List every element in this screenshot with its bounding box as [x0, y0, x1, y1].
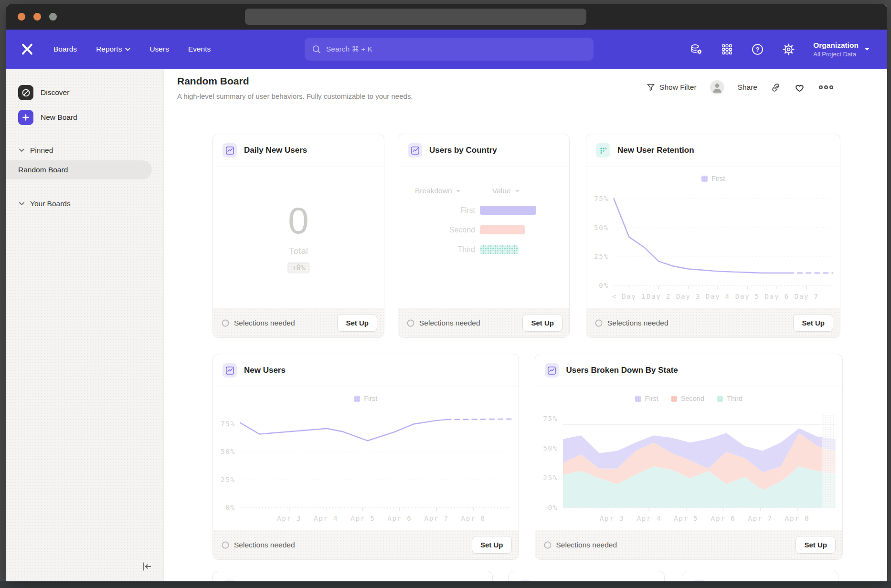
top-navbar: Boards Reports Users Events: [6, 30, 887, 69]
card-new-user-retention: New User Retention First 75%50%25%0%< Da…: [586, 134, 840, 338]
show-filter-button[interactable]: Show Filter: [647, 83, 697, 92]
chart-legend: FirstSecondThird: [535, 390, 843, 407]
svg-text:Apr 5: Apr 5: [350, 514, 375, 522]
svg-text:Apr 8: Apr 8: [461, 514, 486, 522]
line-chart-icon: [518, 580, 532, 581]
mixpanel-logo-icon[interactable]: [20, 42, 34, 56]
card-title: Users by Country: [429, 146, 497, 155]
card-users-by-state: Users Broken Down By State FirstSecondTh…: [535, 354, 843, 560]
sidebar-item-new-board[interactable]: New Board: [18, 110, 163, 125]
chart-legend: First: [586, 170, 840, 187]
show-filter-label: Show Filter: [659, 83, 697, 92]
card-title: New User Retention: [617, 146, 694, 155]
nav-item-label: Events: [188, 45, 211, 53]
svg-text:Apr 6: Apr 6: [387, 514, 412, 522]
settings-gear-icon[interactable]: [782, 43, 795, 56]
legend-item: Second: [671, 395, 704, 402]
card-stacked-line-graph: Stacked Line Graph: [212, 571, 493, 581]
svg-text:Apr 4: Apr 4: [636, 514, 661, 522]
country-bar-row: Second: [398, 225, 569, 234]
nav-item-reports[interactable]: Reports: [96, 45, 130, 53]
legend-chip: [671, 396, 677, 402]
sidebar-section-label: Pinned: [30, 146, 53, 155]
window-control-close[interactable]: [18, 13, 25, 21]
svg-text:50%: 50%: [594, 224, 609, 231]
nav-item-boards[interactable]: Boards: [53, 45, 77, 53]
card-active-users: Active Users: [682, 571, 838, 581]
sidebar-item-discover[interactable]: Discover: [18, 85, 163, 100]
svg-text:50%: 50%: [543, 445, 558, 452]
app-window: Boards Reports Users Events: [6, 4, 887, 581]
set-up-button[interactable]: Set Up: [796, 536, 836, 554]
window-controls: [18, 13, 57, 21]
state-stacked-area-chart: 75%50%25%0%Apr 3Apr 4Apr 5Apr 6Apr 7Apr …: [535, 407, 843, 530]
card-users-by-country: Users by Country Breakdown Value: [398, 134, 570, 338]
global-search[interactable]: [305, 38, 594, 61]
help-icon[interactable]: ?: [751, 43, 764, 56]
svg-text:75%: 75%: [543, 415, 558, 422]
favorite-heart-icon[interactable]: [794, 83, 805, 93]
nav-item-events[interactable]: Events: [188, 45, 211, 53]
legend-item: Third: [717, 395, 742, 402]
line-chart-icon: [692, 580, 706, 581]
apps-grid-icon[interactable]: [721, 43, 733, 55]
data-management-icon[interactable]: [690, 43, 703, 56]
window-chrome: [6, 4, 887, 30]
sidebar-item-random-board[interactable]: Random Board: [6, 160, 152, 179]
legend-chip: [701, 176, 708, 182]
country-bar-label: Third: [398, 245, 480, 254]
browser-address-bar[interactable]: [245, 9, 586, 25]
svg-text:Apr 7: Apr 7: [424, 514, 448, 522]
svg-text:Apr 5: Apr 5: [674, 514, 699, 522]
metric-label: Total: [289, 246, 308, 256]
person-icon: [710, 80, 724, 94]
nav-item-label: Users: [149, 45, 169, 53]
dropdown-caret-icon: [456, 189, 461, 193]
status-circle-icon: [595, 319, 603, 327]
card-daily-new-users: Daily New Users 0 Total ↑0% Selections: [212, 134, 384, 338]
status-selections-needed: Selections needed: [544, 541, 617, 549]
avatar[interactable]: [710, 80, 724, 94]
status-selections-needed: Selections needed: [407, 319, 480, 327]
sidebar-section-your-boards[interactable]: Your Boards: [19, 200, 163, 208]
svg-text:0%: 0%: [225, 504, 235, 512]
svg-text:< Day 1: < Day 1: [612, 293, 647, 300]
set-up-button[interactable]: Set Up: [522, 314, 562, 332]
copy-link-icon[interactable]: [771, 83, 781, 93]
legend-chip: [635, 396, 641, 402]
sidebar-section-label: Your Boards: [30, 200, 71, 208]
status-circle-icon: [222, 319, 229, 327]
sidebar-section-pinned[interactable]: Pinned: [19, 146, 163, 155]
value-dropdown[interactable]: Value: [480, 187, 569, 195]
country-bar: [480, 225, 525, 234]
card-title: New Users: [244, 366, 286, 375]
window-control-zoom[interactable]: [49, 13, 57, 21]
org-switcher[interactable]: Organization All Project Data: [813, 41, 870, 58]
sidebar-item-label: Random Board: [18, 166, 68, 174]
line-chart-icon: [223, 143, 237, 158]
country-bar-row: Third: [398, 245, 569, 254]
svg-text:Day 2: Day 2: [647, 293, 671, 300]
svg-text:25%: 25%: [594, 253, 609, 261]
country-bar-label: First: [398, 206, 480, 215]
filter-funnel-icon: [647, 83, 655, 92]
set-up-button[interactable]: Set Up: [793, 314, 833, 332]
svg-text:Apr 3: Apr 3: [599, 514, 624, 522]
chevron-down-icon: [864, 47, 870, 51]
more-options-icon[interactable]: [818, 84, 834, 90]
share-button[interactable]: Share: [738, 83, 757, 92]
search-input[interactable]: [326, 45, 586, 53]
page-subtitle: A high-level summary of user behaviors. …: [177, 92, 413, 100]
card-new-users: New Users First 75%50%25%0%Apr 3Apr 4Apr…: [212, 354, 519, 560]
set-up-button[interactable]: Set Up: [472, 536, 512, 554]
set-up-button[interactable]: Set Up: [337, 314, 377, 332]
nav-item-users[interactable]: Users: [149, 45, 169, 53]
sidebar-collapse-button[interactable]: [141, 561, 153, 574]
board-header-titles: Random Board A high-level summary of use…: [177, 75, 413, 100]
breakdown-dropdown[interactable]: Breakdown: [398, 187, 480, 195]
country-bar-row: First: [398, 206, 569, 215]
search-icon: [312, 45, 321, 54]
svg-text:Apr 3: Apr 3: [277, 514, 301, 522]
window-control-minimize[interactable]: [33, 13, 41, 21]
svg-text:75%: 75%: [221, 420, 235, 428]
